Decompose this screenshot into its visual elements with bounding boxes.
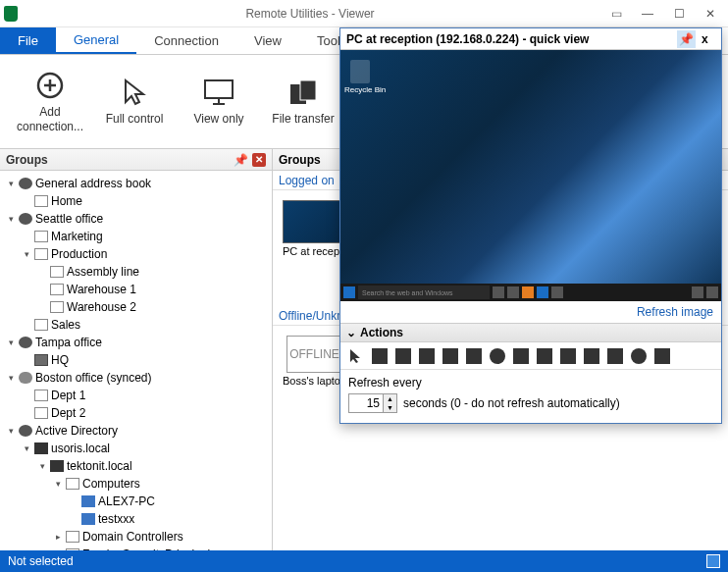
minimize-icon[interactable]: — (634, 4, 661, 24)
monitor-icon[interactable] (372, 348, 388, 364)
folder-icon (34, 231, 48, 242)
tree-node[interactable]: Assembly line (2, 263, 270, 281)
card-icon[interactable] (513, 348, 529, 364)
tree-node-label: tektonit.local (67, 459, 132, 473)
tree-node-label: Seattle office (35, 212, 103, 226)
spinner-up-icon[interactable]: ▲ (384, 394, 396, 403)
cursor-icon[interactable] (348, 348, 364, 364)
tree-node-label: Boston office (synced) (35, 371, 152, 385)
expander-open-icon[interactable]: ▾ (6, 179, 16, 188)
add-connection-button[interactable]: Add connection... (10, 66, 90, 137)
tree-node[interactable]: Warehouse 1 (2, 281, 270, 298)
quick-view-title[interactable]: PC at reception (192.168.0.224) - quick … (340, 28, 721, 50)
tree-node-label: Marketing (51, 230, 103, 243)
status-indicator-icon[interactable] (706, 554, 720, 568)
groups-panel-header: Groups 📌 ✕ (0, 149, 272, 171)
tree-node[interactable]: ▾Computers (2, 475, 270, 493)
tab-file[interactable]: File (0, 27, 56, 54)
actions-header[interactable]: ⌄ Actions (340, 323, 721, 342)
tree-node-label: Home (51, 194, 82, 208)
files-icon[interactable] (395, 348, 411, 364)
refresh-interval-input[interactable] (348, 393, 384, 413)
tree-node[interactable]: ▾Production (2, 245, 270, 263)
expander-open-icon[interactable]: ▾ (53, 479, 63, 489)
offline-thumbnail[interactable]: OFFLINE (286, 336, 343, 373)
connection-thumbnail[interactable]: PC at recep (283, 200, 341, 257)
tree-node-label: Sales (51, 318, 80, 332)
refresh-interval-spinner[interactable]: ▲ ▼ (348, 393, 397, 413)
titlebar: Remote Utilities - Viewer ▭ — ☐ ✕ (0, 0, 728, 27)
expander-open-icon[interactable]: ▾ (6, 338, 16, 347)
tree-node-label: Assembly line (67, 265, 139, 279)
tree-node[interactable]: ▾General address book (2, 175, 270, 192)
folder-icon (66, 531, 79, 543)
mail-icon[interactable] (607, 348, 623, 364)
tree-node-label: usoris.local (51, 442, 110, 455)
tree-node[interactable]: Sales (2, 316, 270, 334)
expander-open-icon[interactable]: ▾ (6, 426, 16, 436)
folder-icon (50, 284, 64, 295)
grid-icon[interactable] (654, 348, 670, 364)
webcam-icon[interactable] (631, 348, 647, 364)
expander-open-icon[interactable]: ▾ (37, 461, 47, 471)
tree-node[interactable]: Home (2, 192, 270, 210)
tree-node-label: Warehouse 1 (67, 283, 136, 296)
expander-closed-icon[interactable]: ▸ (53, 532, 63, 542)
quick-view-panel: PC at reception (192.168.0.224) - quick … (339, 27, 722, 424)
close-panel-icon[interactable]: ✕ (252, 153, 266, 167)
tree-node[interactable]: Dept 2 (2, 404, 270, 422)
expander-open-icon[interactable]: ▾ (6, 373, 16, 383)
tree-node[interactable]: ALEX7-PC (2, 493, 270, 510)
full-control-button[interactable]: Full control (94, 73, 175, 130)
tree-node[interactable]: Marketing (2, 228, 270, 245)
close-icon[interactable]: x (702, 32, 715, 46)
remote-screen-preview[interactable]: Recycle Bin Search the web and Windows (340, 50, 721, 301)
pin-icon[interactable]: 📌 (234, 153, 248, 167)
activity-icon[interactable] (442, 348, 458, 364)
spinner-down-icon[interactable]: ▼ (384, 403, 396, 412)
task-manager-icon[interactable] (419, 348, 435, 364)
cursor-icon (119, 77, 150, 108)
tree-node[interactable]: ▾Active Directory (2, 422, 270, 440)
desktop-preview (283, 200, 341, 243)
tree-node[interactable]: ▾Tampa office (2, 334, 270, 351)
power-icon[interactable] (490, 348, 505, 364)
folder-icon (50, 266, 64, 278)
pc-icon (81, 513, 95, 525)
actions-toolbar (340, 342, 721, 370)
tree-node[interactable]: ▾Seattle office (2, 210, 270, 228)
view-only-button[interactable]: View only (179, 73, 259, 130)
tree-node[interactable]: ▾Boston office (synced) (2, 369, 270, 387)
terminal-icon[interactable] (466, 348, 482, 364)
folder-icon (34, 248, 48, 260)
start-button-icon (343, 286, 355, 298)
expander-open-icon[interactable]: ▾ (6, 214, 16, 224)
maximize-icon[interactable]: ☐ (665, 4, 693, 24)
server-icon (50, 460, 64, 472)
tab-connection[interactable]: Connection (136, 27, 236, 54)
close-icon[interactable]: ✕ (697, 4, 724, 24)
tree-node[interactable]: ▸Domain Controllers (2, 528, 270, 546)
refresh-image-link[interactable]: Refresh image (340, 301, 721, 323)
tree-node[interactable]: Dept 1 (2, 387, 270, 404)
svg-rect-3 (205, 80, 233, 98)
pin-icon[interactable]: 📌 (677, 30, 696, 48)
screen-icon[interactable] (537, 348, 552, 364)
file-transfer-button[interactable]: File transfer (263, 73, 343, 130)
expander-open-icon[interactable]: ▾ (22, 443, 31, 453)
globe-icon (19, 337, 32, 348)
tree-node[interactable]: testxxx (2, 510, 270, 528)
tab-view[interactable]: View (236, 27, 299, 54)
tree-node-label: Tampa office (35, 336, 102, 349)
chat-icon[interactable] (560, 348, 576, 364)
tree-node[interactable]: HQ (2, 351, 270, 369)
tab-general[interactable]: General (56, 27, 136, 54)
tree-node[interactable]: ▾usoris.local (2, 440, 270, 457)
calendar-icon[interactable] (584, 348, 599, 364)
tree-node[interactable]: Warehouse 2 (2, 298, 270, 316)
expander-open-icon[interactable]: ▾ (22, 249, 31, 259)
restore-down-icon[interactable]: ▭ (602, 4, 630, 24)
status-bar: Not selected (0, 550, 728, 572)
tree-node[interactable]: ▾tektonit.local (2, 457, 270, 475)
groups-tree[interactable]: ▾General address bookHome▾Seattle office… (0, 171, 272, 550)
